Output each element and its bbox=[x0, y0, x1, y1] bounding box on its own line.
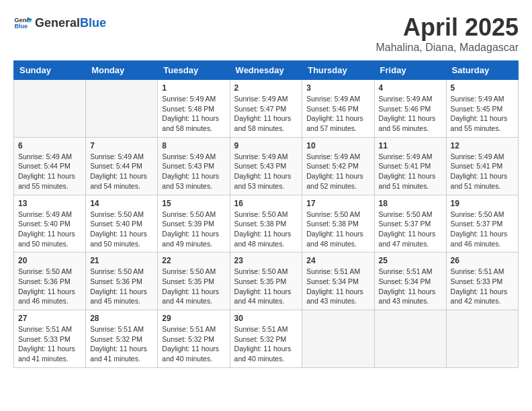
day-info: Sunrise: 5:49 AM Sunset: 5:41 PM Dayligh… bbox=[451, 152, 514, 191]
day-number: 11 bbox=[379, 141, 442, 150]
day-number: 17 bbox=[306, 199, 369, 208]
day-info: Sunrise: 5:49 AM Sunset: 5:46 PM Dayligh… bbox=[379, 94, 442, 134]
day-number: 16 bbox=[234, 199, 298, 208]
day-number: 14 bbox=[90, 199, 153, 208]
day-info: Sunrise: 5:50 AM Sunset: 5:35 PM Dayligh… bbox=[162, 267, 225, 306]
calendar-cell: 5Sunrise: 5:49 AM Sunset: 5:45 PM Daylig… bbox=[446, 80, 518, 138]
day-info: Sunrise: 5:51 AM Sunset: 5:32 PM Dayligh… bbox=[162, 324, 225, 364]
day-info: Sunrise: 5:50 AM Sunset: 5:37 PM Dayligh… bbox=[451, 210, 514, 249]
day-info: Sunrise: 5:50 AM Sunset: 5:38 PM Dayligh… bbox=[306, 210, 369, 249]
calendar-cell: 3Sunrise: 5:49 AM Sunset: 5:46 PM Daylig… bbox=[302, 80, 374, 138]
calendar-cell: 4Sunrise: 5:49 AM Sunset: 5:46 PM Daylig… bbox=[374, 80, 446, 138]
calendar-week-5: 27Sunrise: 5:51 AM Sunset: 5:33 PM Dayli… bbox=[14, 310, 519, 368]
calendar-cell bbox=[14, 80, 86, 138]
svg-text:Blue: Blue bbox=[14, 23, 28, 30]
day-info: Sunrise: 5:50 AM Sunset: 5:40 PM Dayligh… bbox=[90, 210, 153, 249]
day-header-tuesday: Tuesday bbox=[158, 61, 230, 80]
calendar-cell: 24Sunrise: 5:51 AM Sunset: 5:34 PM Dayli… bbox=[302, 253, 374, 310]
day-number: 21 bbox=[90, 256, 153, 265]
day-number: 23 bbox=[234, 256, 298, 265]
day-number: 13 bbox=[18, 199, 81, 208]
day-number: 10 bbox=[306, 141, 369, 150]
day-number: 6 bbox=[18, 141, 81, 150]
logo-blue: Blue bbox=[80, 16, 106, 30]
day-info: Sunrise: 5:51 AM Sunset: 5:34 PM Dayligh… bbox=[306, 267, 369, 306]
calendar-cell bbox=[302, 310, 374, 368]
calendar-week-4: 20Sunrise: 5:50 AM Sunset: 5:36 PM Dayli… bbox=[14, 253, 519, 310]
day-info: Sunrise: 5:50 AM Sunset: 5:37 PM Dayligh… bbox=[379, 210, 442, 249]
day-number: 3 bbox=[306, 83, 369, 93]
day-header-friday: Friday bbox=[374, 61, 446, 80]
day-info: Sunrise: 5:49 AM Sunset: 5:41 PM Dayligh… bbox=[379, 152, 442, 191]
day-info: Sunrise: 5:49 AM Sunset: 5:45 PM Dayligh… bbox=[451, 94, 514, 134]
day-header-monday: Monday bbox=[86, 61, 158, 80]
day-number: 4 bbox=[379, 83, 442, 93]
day-info: Sunrise: 5:50 AM Sunset: 5:38 PM Dayligh… bbox=[234, 210, 298, 249]
calendar-cell: 10Sunrise: 5:49 AM Sunset: 5:42 PM Dayli… bbox=[302, 137, 374, 195]
calendar-cell: 30Sunrise: 5:51 AM Sunset: 5:32 PM Dayli… bbox=[230, 310, 302, 368]
day-info: Sunrise: 5:51 AM Sunset: 5:33 PM Dayligh… bbox=[451, 267, 514, 306]
day-number: 24 bbox=[306, 256, 369, 265]
day-info: Sunrise: 5:49 AM Sunset: 5:44 PM Dayligh… bbox=[18, 152, 81, 191]
calendar-cell: 22Sunrise: 5:50 AM Sunset: 5:35 PM Dayli… bbox=[158, 253, 230, 310]
title-area: April 2025 Mahalina, Diana, Madagascar bbox=[375, 13, 519, 54]
day-number: 2 bbox=[234, 83, 298, 93]
logo-general: General bbox=[35, 16, 80, 30]
day-info: Sunrise: 5:50 AM Sunset: 5:39 PM Dayligh… bbox=[162, 210, 225, 249]
day-header-sunday: Sunday bbox=[14, 61, 86, 80]
day-info: Sunrise: 5:49 AM Sunset: 5:47 PM Dayligh… bbox=[234, 94, 298, 134]
day-number: 18 bbox=[379, 199, 442, 208]
month-title: April 2025 bbox=[375, 13, 519, 42]
day-number: 8 bbox=[162, 141, 225, 150]
calendar-cell: 9Sunrise: 5:49 AM Sunset: 5:43 PM Daylig… bbox=[230, 137, 302, 195]
day-number: 25 bbox=[379, 256, 442, 265]
calendar-cell bbox=[86, 80, 158, 138]
day-info: Sunrise: 5:49 AM Sunset: 5:40 PM Dayligh… bbox=[18, 210, 81, 249]
calendar-cell: 13Sunrise: 5:49 AM Sunset: 5:40 PM Dayli… bbox=[14, 195, 86, 253]
calendar-cell: 19Sunrise: 5:50 AM Sunset: 5:37 PM Dayli… bbox=[446, 195, 518, 253]
calendar-week-1: 1Sunrise: 5:49 AM Sunset: 5:48 PM Daylig… bbox=[14, 80, 519, 138]
calendar-cell: 6Sunrise: 5:49 AM Sunset: 5:44 PM Daylig… bbox=[14, 137, 86, 195]
day-info: Sunrise: 5:49 AM Sunset: 5:42 PM Dayligh… bbox=[306, 152, 369, 191]
calendar-cell: 16Sunrise: 5:50 AM Sunset: 5:38 PM Dayli… bbox=[230, 195, 302, 253]
calendar-cell: 18Sunrise: 5:50 AM Sunset: 5:37 PM Dayli… bbox=[374, 195, 446, 253]
day-info: Sunrise: 5:49 AM Sunset: 5:48 PM Dayligh… bbox=[162, 94, 225, 134]
day-number: 1 bbox=[162, 83, 225, 93]
calendar-cell: 14Sunrise: 5:50 AM Sunset: 5:40 PM Dayli… bbox=[86, 195, 158, 253]
day-info: Sunrise: 5:51 AM Sunset: 5:32 PM Dayligh… bbox=[234, 324, 298, 364]
day-header-wednesday: Wednesday bbox=[230, 61, 302, 80]
logo-icon: General Blue bbox=[13, 13, 32, 32]
day-number: 28 bbox=[90, 314, 153, 323]
calendar-cell: 15Sunrise: 5:50 AM Sunset: 5:39 PM Dayli… bbox=[158, 195, 230, 253]
calendar-cell: 23Sunrise: 5:50 AM Sunset: 5:35 PM Dayli… bbox=[230, 253, 302, 310]
day-number: 20 bbox=[18, 256, 81, 265]
calendar-cell: 26Sunrise: 5:51 AM Sunset: 5:33 PM Dayli… bbox=[446, 253, 518, 310]
day-info: Sunrise: 5:49 AM Sunset: 5:43 PM Dayligh… bbox=[234, 152, 298, 191]
day-number: 15 bbox=[162, 199, 225, 208]
day-number: 27 bbox=[18, 314, 81, 323]
day-number: 22 bbox=[162, 256, 225, 265]
day-number: 7 bbox=[90, 141, 153, 150]
calendar-cell: 29Sunrise: 5:51 AM Sunset: 5:32 PM Dayli… bbox=[158, 310, 230, 368]
calendar-cell: 1Sunrise: 5:49 AM Sunset: 5:48 PM Daylig… bbox=[158, 80, 230, 138]
logo: General Blue General Blue bbox=[13, 13, 106, 32]
calendar-cell: 28Sunrise: 5:51 AM Sunset: 5:32 PM Dayli… bbox=[86, 310, 158, 368]
calendar-cell bbox=[374, 310, 446, 368]
calendar-cell: 20Sunrise: 5:50 AM Sunset: 5:36 PM Dayli… bbox=[14, 253, 86, 310]
day-header-thursday: Thursday bbox=[302, 61, 374, 80]
calendar-cell: 2Sunrise: 5:49 AM Sunset: 5:47 PM Daylig… bbox=[230, 80, 302, 138]
calendar-cell: 11Sunrise: 5:49 AM Sunset: 5:41 PM Dayli… bbox=[374, 137, 446, 195]
day-number: 19 bbox=[451, 199, 514, 208]
day-number: 26 bbox=[451, 256, 514, 265]
day-number: 29 bbox=[162, 314, 225, 323]
day-info: Sunrise: 5:50 AM Sunset: 5:36 PM Dayligh… bbox=[90, 267, 153, 306]
day-info: Sunrise: 5:49 AM Sunset: 5:44 PM Dayligh… bbox=[90, 152, 153, 191]
header: General Blue General Blue April 2025 Mah… bbox=[13, 13, 519, 54]
calendar-cell bbox=[446, 310, 518, 368]
calendar-cell: 12Sunrise: 5:49 AM Sunset: 5:41 PM Dayli… bbox=[446, 137, 518, 195]
calendar-cell: 8Sunrise: 5:49 AM Sunset: 5:43 PM Daylig… bbox=[158, 137, 230, 195]
day-number: 30 bbox=[234, 314, 298, 323]
day-info: Sunrise: 5:49 AM Sunset: 5:46 PM Dayligh… bbox=[306, 94, 369, 134]
calendar-header-row: SundayMondayTuesdayWednesdayThursdayFrid… bbox=[14, 61, 519, 80]
day-info: Sunrise: 5:51 AM Sunset: 5:33 PM Dayligh… bbox=[18, 324, 81, 364]
